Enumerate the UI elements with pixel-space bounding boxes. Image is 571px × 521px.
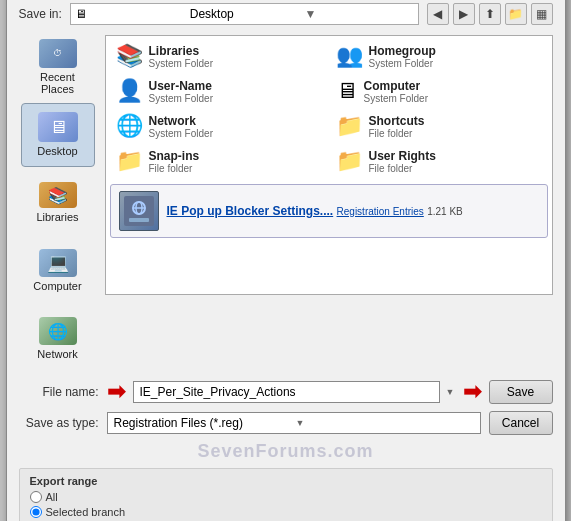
savetype-value: Registration Files (*.reg) — [114, 416, 292, 430]
file-info: Network System Folder — [149, 114, 213, 139]
file-type: System Folder — [149, 128, 213, 139]
filename-input[interactable] — [133, 381, 440, 403]
radio-all-row: All — [30, 491, 542, 503]
sidebar-item-recent-places[interactable]: ⏱ Recent Places — [21, 35, 95, 99]
list-item[interactable]: 📚 Libraries System Folder — [110, 40, 328, 73]
radio-all[interactable] — [30, 491, 42, 503]
savetype-arrow-icon: ▼ — [296, 418, 474, 428]
filename-arrow-icon: ➡ — [107, 379, 125, 405]
save-in-combo[interactable]: 🖥 Desktop ▼ — [70, 3, 419, 25]
watermark: SevenForums.com — [19, 441, 553, 462]
file-type: System Folder — [369, 58, 436, 69]
list-item[interactable]: 👥 Homegroup System Folder — [330, 40, 548, 73]
save-in-arrow-icon: ▼ — [305, 7, 414, 21]
cancel-button[interactable]: Cancel — [489, 411, 553, 435]
radio-selected-row: Selected branch — [30, 506, 542, 518]
savetype-wrapper: Registration Files (*.reg) ▼ — [107, 412, 481, 434]
file-name: Snap-ins — [149, 149, 200, 163]
up-button[interactable]: ⬆ — [479, 3, 501, 25]
new-folder-button[interactable]: 📁 — [505, 3, 527, 25]
file-info: User Rights File folder — [369, 149, 436, 174]
export-registry-dialog: 📋 Export Registry File _ □ ✕ Save in: 🖥 … — [6, 0, 566, 521]
filename-label: File name: — [19, 385, 99, 399]
desktop-icon: 🖥 — [38, 112, 78, 142]
file-info: Computer System Folder — [364, 79, 428, 104]
savetype-label: Save as type: — [19, 416, 99, 430]
file-name: Network — [149, 114, 213, 128]
file-grid: 📚 Libraries System Folder 👥 Homegroup Sy… — [110, 40, 548, 238]
computer-folder-icon: 🖥 — [336, 80, 358, 102]
sidebar-label-libraries: Libraries — [36, 211, 78, 223]
file-type: File folder — [369, 128, 425, 139]
snapins-folder-icon: 📁 — [116, 150, 143, 172]
list-item[interactable]: 👤 User-Name System Folder — [110, 75, 328, 108]
shortcuts-folder-icon: 📁 — [336, 115, 363, 137]
special-file-type: Registration Entries — [337, 206, 424, 217]
sidebar-item-network[interactable]: 🌐 Network — [21, 307, 95, 371]
list-item[interactable]: 🌐 Network System Folder — [110, 110, 328, 143]
radio-selected-branch[interactable] — [30, 506, 42, 518]
special-file-size: 1.21 KB — [427, 206, 463, 217]
list-item[interactable]: 🖥 Computer System Folder — [330, 75, 548, 108]
file-info: Shortcuts File folder — [369, 114, 425, 139]
filename-row: File name: ➡ ▼ ➡ Save — [19, 379, 553, 405]
export-range-title: Export range — [30, 475, 542, 487]
radio-selected-label: Selected branch — [46, 506, 126, 518]
file-name: Shortcuts — [369, 114, 425, 128]
computer-icon: 💻 — [39, 249, 77, 277]
filename-wrapper: ▼ — [133, 381, 455, 403]
file-name: Libraries — [149, 44, 213, 58]
save-in-value: Desktop — [190, 7, 299, 21]
save-in-icon: 🖥 — [75, 7, 184, 21]
save-button[interactable]: Save — [489, 380, 553, 404]
savetype-select[interactable]: Registration Files (*.reg) ▼ — [107, 412, 481, 434]
save-in-label: Save in: — [19, 7, 62, 21]
file-type: System Folder — [149, 93, 213, 104]
export-range: Export range All Selected branch HKEY_CU… — [19, 468, 553, 522]
list-item[interactable]: 📁 Snap-ins File folder — [110, 145, 328, 178]
sidebar-label-desktop: Desktop — [37, 145, 77, 157]
save-in-row: Save in: 🖥 Desktop ▼ ◀ ▶ ⬆ 📁 ▦ — [19, 3, 553, 25]
ie-settings-icon — [119, 191, 159, 231]
filename-dropdown-icon: ▼ — [446, 387, 455, 397]
back-button[interactable]: ◀ — [427, 3, 449, 25]
libraries-icon: 📚 — [39, 182, 77, 208]
sidebar-label-computer: Computer — [33, 280, 81, 292]
homegroup-icon: 👥 — [336, 45, 363, 67]
file-name: User-Name — [149, 79, 213, 93]
sidebar-item-computer[interactable]: 💻 Computer — [21, 239, 95, 303]
savetype-row: Save as type: Registration Files (*.reg)… — [19, 411, 553, 435]
libraries-folder-icon: 📚 — [116, 45, 143, 67]
username-icon: 👤 — [116, 80, 143, 102]
list-item[interactable]: 📁 Shortcuts File folder — [330, 110, 548, 143]
main-area: ⏱ Recent Places 🖥 Desktop 📚 Libraries 💻 … — [19, 35, 553, 371]
file-area[interactable]: 📚 Libraries System Folder 👥 Homegroup Sy… — [105, 35, 553, 295]
file-info-special: IE Pop up Blocker Settings.... Registrat… — [167, 204, 463, 218]
file-info: Snap-ins File folder — [149, 149, 200, 174]
sidebar-item-desktop[interactable]: 🖥 Desktop — [21, 103, 95, 167]
network-icon: 🌐 — [39, 317, 77, 345]
file-name: Homegroup — [369, 44, 436, 58]
svg-rect-4 — [129, 218, 149, 222]
sidebar-item-libraries[interactable]: 📚 Libraries — [21, 171, 95, 235]
file-type: System Folder — [364, 93, 428, 104]
radio-all-label: All — [46, 491, 58, 503]
userrights-folder-icon: 📁 — [336, 150, 363, 172]
recent-places-icon: ⏱ — [39, 39, 77, 68]
list-item[interactable]: 📁 User Rights File folder — [330, 145, 548, 178]
sidebar-label-network: Network — [37, 348, 77, 360]
sidebar-label-recent-places: Recent Places — [25, 71, 91, 95]
file-type: File folder — [369, 163, 436, 174]
views-button[interactable]: ▦ — [531, 3, 553, 25]
file-type: System Folder — [149, 58, 213, 69]
file-name: Computer — [364, 79, 428, 93]
sidebar: ⏱ Recent Places 🖥 Desktop 📚 Libraries 💻 … — [19, 35, 97, 371]
dialog-content: Save in: 🖥 Desktop ▼ ◀ ▶ ⬆ 📁 ▦ ⏱ Recent … — [7, 0, 565, 521]
forward-button[interactable]: ▶ — [453, 3, 475, 25]
bottom-rows: File name: ➡ ▼ ➡ Save Save as type: Regi… — [19, 379, 553, 435]
special-file-name: IE Pop up Blocker Settings.... — [167, 204, 334, 218]
list-item-special[interactable]: IE Pop up Blocker Settings.... Registrat… — [110, 184, 548, 238]
file-info: User-Name System Folder — [149, 79, 213, 104]
network-folder-icon: 🌐 — [116, 115, 143, 137]
file-info: Libraries System Folder — [149, 44, 213, 69]
